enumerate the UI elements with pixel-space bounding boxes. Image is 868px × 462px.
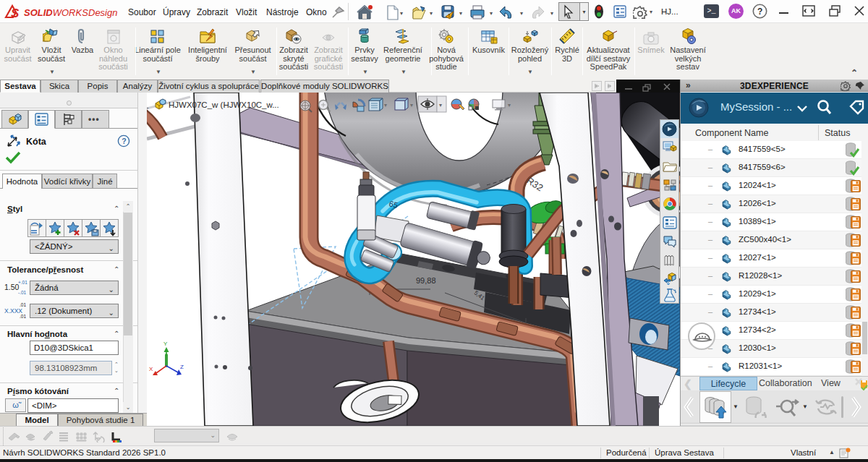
svg-text:-.01: -.01: [18, 290, 27, 295]
svg-text:?: ?: [122, 137, 126, 145]
svg-text:X: X: [149, 366, 153, 372]
svg-text:▾: ▾: [459, 10, 462, 17]
svg-text:▾: ▾: [410, 102, 413, 108]
svg-text:99,88: 99,88: [416, 276, 436, 285]
svg-text:▾: ▾: [400, 10, 403, 17]
svg-text:Z: Z: [180, 364, 184, 370]
svg-text:▾: ▾: [520, 10, 523, 17]
svg-text:Y: Y: [163, 341, 168, 347]
svg-text:HJWX07C_w (HJWX10C_w...: HJWX07C_w (HJWX10C_w...: [169, 100, 279, 109]
svg-text:▾: ▾: [508, 102, 511, 108]
svg-text:-: -: [147, 103, 149, 111]
svg-text:!: !: [448, 12, 451, 19]
svg-text:▾: ▾: [384, 102, 387, 108]
svg-text:▾: ▾: [490, 10, 493, 17]
svg-text:▾: ▾: [430, 10, 433, 17]
svg-text:.01: .01: [20, 314, 26, 319]
svg-text:S: S: [11, 7, 20, 20]
svg-text:?: ?: [757, 7, 762, 17]
svg-text:.01: .01: [20, 302, 26, 307]
svg-text:SOLIDWORKS: SOLIDWORKS: [24, 7, 88, 18]
svg-text:▾: ▾: [550, 10, 553, 17]
svg-text:+.01: +.01: [18, 280, 27, 285]
svg-text:Design: Design: [88, 7, 117, 18]
svg-text:1.50: 1.50: [4, 283, 20, 291]
svg-text:▾: ▾: [439, 102, 442, 108]
